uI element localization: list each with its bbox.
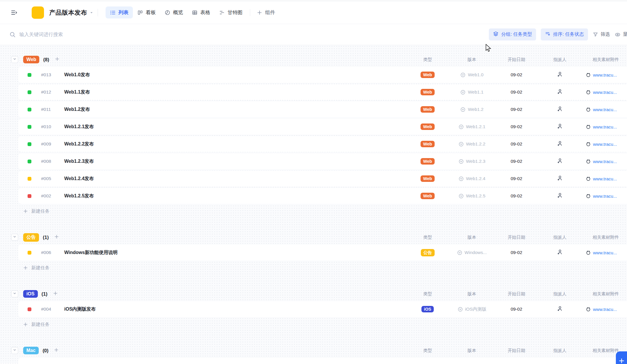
add-task-to-group-button[interactable] <box>54 347 59 354</box>
collapse-group-button[interactable] <box>11 290 18 297</box>
column-header-label: 开始日期 <box>508 57 525 62</box>
new-task-button[interactable]: 新建任务 <box>23 319 627 330</box>
task-status-dot[interactable] <box>28 125 31 129</box>
task-attachment-link[interactable]: www.tracu... <box>593 90 617 95</box>
task-type-badge[interactable]: Web <box>421 141 435 147</box>
add-assignee-icon[interactable] <box>557 106 563 113</box>
assignee-add-icon <box>557 71 563 79</box>
collapse-group-button[interactable] <box>11 56 18 63</box>
task-type-badge[interactable]: Web <box>421 106 435 113</box>
task-row[interactable]: #005Web1.2.4发布WebWeb1.2.409-02www.tracu.… <box>18 171 627 187</box>
task-attachment-cell: www.tracu... <box>584 250 627 255</box>
task-row[interactable]: #013Web1.0发布WebWeb1.009-02www.tracu... <box>18 67 627 83</box>
task-row[interactable]: #004iOS内测版发布iOSiOS内测版09-02www.tracu... <box>18 301 627 317</box>
tab-列表[interactable]: 列表 <box>106 6 133 18</box>
column-header-label: 版本 <box>467 57 476 62</box>
new-task-button[interactable]: 新建任务 <box>23 205 627 217</box>
group-by-button[interactable]: 分组: 任务类型 <box>489 28 536 40</box>
task-row[interactable]: #002Web1.2.5发布WebWeb1.2.509-02www.tracu.… <box>18 188 627 204</box>
plus-icon: + <box>619 355 624 364</box>
task-type-badge[interactable]: Web <box>421 158 435 165</box>
task-status-dot[interactable] <box>28 160 31 163</box>
new-task-button[interactable]: 新建任务 <box>18 358 627 363</box>
task-row[interactable]: #008Web1.2.3发布WebWeb1.2.309-02www.tracu.… <box>18 153 627 169</box>
task-attachment-link[interactable]: www.tracu... <box>593 107 617 112</box>
task-version-label: Web1.2.2 <box>466 141 485 147</box>
task-start-date: 09-02 <box>511 89 522 95</box>
tab-看板[interactable]: 看板 <box>133 6 160 18</box>
task-type-cell: iOS <box>409 306 446 312</box>
task-attachment-link[interactable]: www.tracu... <box>593 176 617 181</box>
task-type-badge[interactable]: Web <box>421 123 435 130</box>
column-header-相关素材附件: 相关素材附件 <box>584 235 627 240</box>
add-assignee-icon[interactable] <box>557 249 563 256</box>
task-version-cell: Web1.2.3 <box>446 159 498 164</box>
collapse-group-button[interactable] <box>11 347 18 354</box>
new-task-button[interactable]: 新建任务 <box>23 262 627 274</box>
divider <box>98 9 98 16</box>
tab-甘特图[interactable]: 甘特图 <box>215 6 247 18</box>
task-status-dot[interactable] <box>28 142 31 146</box>
gantt-icon <box>219 10 225 16</box>
task-type-badge[interactable]: Web <box>421 175 435 182</box>
add-assignee-icon[interactable] <box>557 158 563 165</box>
add-assignee-icon[interactable] <box>557 305 563 313</box>
task-assignee-cell <box>535 305 584 313</box>
collapse-sidebar-icon[interactable] <box>9 7 19 18</box>
task-type-badge[interactable]: iOS <box>421 306 434 312</box>
assignee-add-icon <box>557 175 563 182</box>
task-status-dot[interactable] <box>28 251 31 255</box>
add-assignee-icon[interactable] <box>557 140 563 148</box>
add-assignee-icon[interactable] <box>557 71 563 79</box>
add-assignee-icon[interactable] <box>557 192 563 200</box>
task-type-badge[interactable]: Web <box>421 72 435 78</box>
add-assignee-icon[interactable] <box>557 123 563 131</box>
task-status-dot[interactable] <box>28 177 31 181</box>
task-status-dot[interactable] <box>28 108 31 111</box>
task-title: Web1.2.2发布 <box>64 141 94 147</box>
task-type-badge[interactable]: Web <box>421 89 435 95</box>
task-title: Web1.2.1发布 <box>64 124 94 130</box>
task-row[interactable]: #010Web1.2.1发布WebWeb1.2.109-02www.tracu.… <box>18 119 627 135</box>
search-input[interactable] <box>19 32 195 37</box>
project-logo[interactable] <box>32 6 44 19</box>
sort-by-button[interactable]: 排序: 任务状态 <box>541 28 588 40</box>
add-assignee-icon[interactable] <box>557 175 563 182</box>
owl-link-icon <box>586 141 591 147</box>
add-task-to-group-button[interactable] <box>55 56 60 63</box>
task-attachment-cell: www.tracu... <box>584 107 627 112</box>
task-type-badge[interactable]: Web <box>421 193 435 199</box>
task-start-date: 09-02 <box>511 250 522 255</box>
task-status-dot[interactable] <box>28 194 31 198</box>
tab-概览[interactable]: 概览 <box>160 6 187 18</box>
task-attachment-link[interactable]: www.tracu... <box>593 250 617 255</box>
task-row[interactable]: #011Web1.2发布WebWeb1.209-02www.tracu... <box>18 101 627 117</box>
task-attachment-link[interactable]: www.tracu... <box>593 142 617 147</box>
add-assignee-icon[interactable] <box>557 88 563 96</box>
add-task-to-group-button[interactable] <box>53 291 58 297</box>
task-attachment-link[interactable]: www.tracu... <box>593 159 617 164</box>
task-attachment-link[interactable]: www.tracu... <box>593 307 617 312</box>
task-row[interactable]: #012Web1.1发布WebWeb1.109-02www.tracu... <box>18 84 627 100</box>
task-version-cell: Web1.2.2 <box>446 141 498 147</box>
add-task-to-group-button[interactable] <box>54 234 59 241</box>
task-type-badge[interactable]: 公告 <box>421 249 435 256</box>
display-button[interactable]: 显示 <box>615 31 627 38</box>
task-row[interactable]: #006Windows新功能使用说明公告Windows...09-02www.t… <box>18 245 627 260</box>
tab-表格[interactable]: 表格 <box>187 6 215 18</box>
filter-button[interactable]: 筛选 <box>593 31 610 38</box>
task-status-dot[interactable] <box>28 307 31 311</box>
task-attachment-link[interactable]: www.tracu... <box>593 194 617 199</box>
column-headers: 类型版本开始日期指派人相关素材附件 <box>409 230 627 245</box>
quick-add-fab[interactable]: + <box>616 351 627 364</box>
task-status-dot[interactable] <box>28 73 31 77</box>
task-row[interactable]: #009Web1.2.2发布WebWeb1.2.209-02www.tracu.… <box>18 136 627 152</box>
task-attachment-link[interactable]: www.tracu... <box>593 72 617 77</box>
task-attachment-link[interactable]: www.tracu... <box>593 124 617 129</box>
collapse-group-button[interactable] <box>11 234 18 241</box>
project-title-caret-icon[interactable] <box>89 11 94 15</box>
task-title: Web1.2发布 <box>64 106 90 113</box>
toolbar-controls: 分组: 任务类型 排序: 任务状态 筛选 显示 <box>489 28 627 40</box>
add-component-button[interactable]: 组件 <box>253 6 279 18</box>
task-status-dot[interactable] <box>28 90 31 94</box>
